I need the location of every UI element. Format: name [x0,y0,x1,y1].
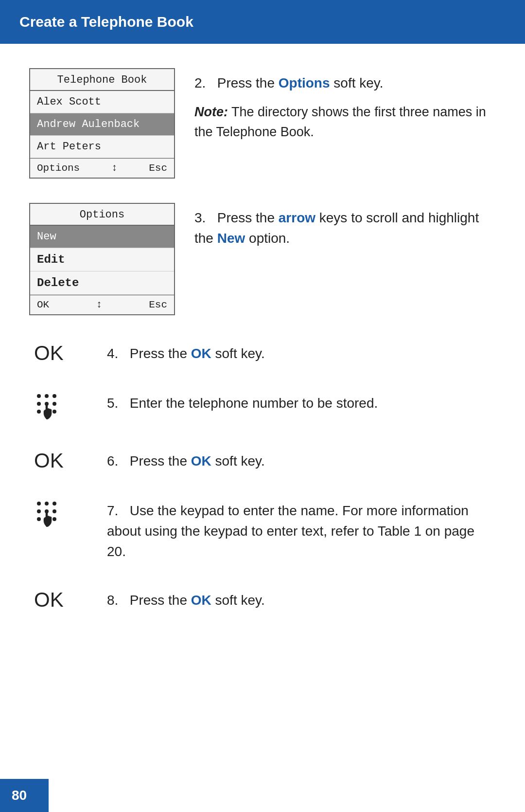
step-4-icon-col: OK [29,340,107,365]
screen1-footer-arrow: ↕ [111,162,118,174]
step-2-number: 2. [194,75,206,90]
step-7-desc: 7. Use the keypad to enter the name. For… [107,497,496,562]
step-4-pre: Press the [130,346,191,361]
svg-point-8 [52,410,56,414]
step-3-pre: Press the [217,210,279,225]
screen1-item-2-highlighted: Andrew Aulenback [30,113,174,136]
step-7-icon-col [29,497,107,530]
step-3-text: 3. Press the arrow keys to scroll and hi… [194,208,496,249]
step-5-body: Enter the telephone number to be stored. [130,396,378,411]
step-4-desc: 4. Press the OK soft key. [107,340,496,364]
page-footer: 80 [0,779,49,812]
step-4-ok-icon: OK [34,342,64,365]
step-4-row: OK 4. Press the OK soft key. [29,340,496,365]
phone-screen-2: Options New Edit Delete OK ↕ Esc [29,203,175,315]
step-4-text: 4. Press the OK soft key. [107,343,496,364]
screen1-footer: Options ↕ Esc [30,158,174,178]
screen2-item-delete: Delete [30,271,174,295]
step-8-number: 8. [107,593,118,608]
step-4-number: 4. [107,346,118,361]
step-6-ok-icon: OK [34,449,64,472]
screen2-item-edit: Edit [30,248,174,271]
step-7-body: Use the keypad to enter the name. For mo… [107,503,474,559]
step-3-highlight2: New [217,231,245,246]
svg-point-10 [45,502,49,505]
page-title: Create a Telephone Book [19,14,193,30]
svg-point-17 [52,517,56,521]
step-8-pre: Press the [130,593,191,608]
step-7-number: 7. [107,503,118,518]
step-6-post: soft key. [211,453,265,469]
step-3-highlight1: arrow [279,210,315,225]
screen1-footer-options: Options [37,162,80,174]
step-8-icon-col: OK [29,586,107,612]
step-3-number: 3. [194,210,206,225]
step-5-keypad-icon [34,391,59,423]
step-7-keypad-icon [34,499,59,530]
svg-point-12 [37,509,41,513]
step-8-highlight: OK [191,593,211,608]
step-2-post: soft key. [330,75,384,90]
step-4-highlight: OK [191,346,211,361]
step-5-text: 5. Enter the telephone number to be stor… [107,393,496,414]
step-7-row: 7. Use the keypad to enter the name. For… [29,497,496,562]
svg-point-14 [52,509,56,513]
screen2-footer-esc: Esc [149,299,167,310]
step-7-text: 7. Use the keypad to enter the name. For… [107,501,496,562]
step-2-pre: Press the [217,75,279,90]
header-bar: Create a Telephone Book [0,0,525,44]
step-8-row: OK 8. Press the OK soft key. [29,586,496,612]
step-2-highlight: Options [279,75,330,90]
screen1-footer-esc: Esc [149,162,167,174]
phone-screen-1: Telephone Book Alex Scott Andrew Aulenba… [29,68,175,179]
step-3-post: option. [245,231,290,246]
step-2-note: Note: The directory shows the first thre… [194,102,496,142]
step-8-text: 8. Press the OK soft key. [107,590,496,611]
step-3-desc: 3. Press the arrow keys to scroll and hi… [194,203,496,249]
screen2-footer-ok: OK [37,299,49,310]
svg-point-0 [37,394,41,398]
step-6-row: OK 6. Press the OK soft key. [29,447,496,472]
step-6-highlight: OK [191,453,211,469]
step-6-icon-col: OK [29,447,107,472]
screen2-footer-arrow: ↕ [96,299,102,310]
step-5-desc: 5. Enter the telephone number to be stor… [107,389,496,414]
step-6-desc: 6. Press the OK soft key. [107,447,496,471]
screen1-item-3: Art Peters [30,136,174,158]
page-number: 80 [12,788,27,803]
main-content: Telephone Book Alex Scott Andrew Aulenba… [0,44,525,665]
step-6-text: 6. Press the OK soft key. [107,451,496,471]
note-text: The directory shows the first three name… [194,105,486,139]
screen1-item-1: Alex Scott [30,91,174,113]
screen2-footer: OK ↕ Esc [30,295,174,314]
svg-point-11 [52,502,56,505]
step-3-row: Options New Edit Delete OK ↕ Esc 3. Pres… [29,203,496,315]
screen1-title: Telephone Book [30,69,174,91]
step-4-post: soft key. [211,346,265,361]
step-5-number: 5. [107,396,118,411]
screen2-item-new: New [30,226,174,248]
screen2-title: Options [30,204,174,226]
svg-point-3 [37,402,41,406]
step-6-pre: Press the [130,453,191,469]
step-8-desc: 8. Press the OK soft key. [107,586,496,611]
step-2-desc: 2. Press the Options soft key. Note: The… [194,68,496,142]
step-6-number: 6. [107,453,118,469]
svg-point-9 [37,502,41,505]
step-5-icon-col [29,389,107,423]
step-8-ok-icon: OK [34,588,64,612]
step-2-row: Telephone Book Alex Scott Andrew Aulenba… [29,68,496,179]
svg-point-15 [37,517,41,521]
svg-point-1 [45,394,49,398]
note-label: Note: [194,105,228,119]
svg-point-6 [37,410,41,414]
svg-point-5 [52,402,56,406]
step-5-row: 5. Enter the telephone number to be stor… [29,389,496,423]
svg-point-2 [52,394,56,398]
step-2-text: 2. Press the Options soft key. [194,73,496,93]
step-8-post: soft key. [211,593,265,608]
